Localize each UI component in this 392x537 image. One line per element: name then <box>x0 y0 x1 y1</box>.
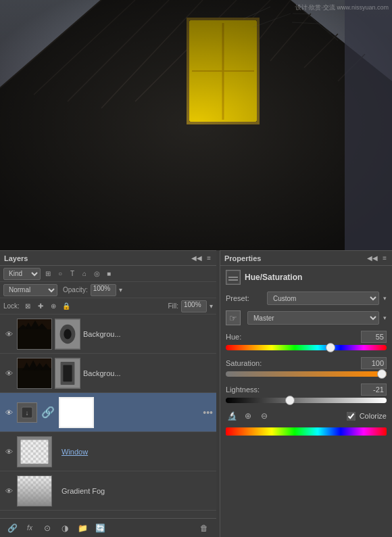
channel-select[interactable]: Master <box>247 311 379 325</box>
eyedropper-add-btn[interactable]: ⊕ <box>242 410 254 422</box>
kind-adjustment-icon[interactable]: ○ <box>55 268 66 279</box>
lock-bar: Lock: ⊠ ✚ ⊕ 🔒 Fill: 100% ▾ <box>0 298 216 314</box>
layer-row[interactable]: 👁 <box>0 314 216 354</box>
kind-color-icon[interactable]: ■ <box>103 268 114 279</box>
kind-smart-icon[interactable]: ◎ <box>91 268 102 279</box>
svg-rect-42 <box>0 0 392 250</box>
colorize-checkbox[interactable] <box>347 412 356 421</box>
layers-toolbar: 🔗 fx ⊙ ◑ 📁 🔄 🗑 <box>0 518 216 537</box>
lock-move-icon[interactable]: ✚ <box>35 301 46 312</box>
layer-thumbnail <box>17 475 52 507</box>
sat-slider-header: Saturation: 100 <box>226 357 387 369</box>
saturation-value[interactable]: 100 <box>361 357 387 369</box>
hue-thumb[interactable] <box>326 343 335 352</box>
link-layers-btn[interactable]: 🔗 <box>5 521 19 535</box>
opacity-value[interactable]: 100% <box>91 284 116 296</box>
kind-select[interactable]: Kind <box>3 268 41 280</box>
layer-row-selected[interactable]: 👁 ↓ 🔗 ••• <box>0 393 216 432</box>
layer-name-linked: Window <box>62 448 213 456</box>
colorize-row: Colorize <box>347 412 387 421</box>
saturation-track[interactable] <box>226 371 387 377</box>
layers-panel: Layers ◀◀ ≡ Kind ⊞ ○ T ⌂ ◎ ■ Normal Opac… <box>0 250 216 537</box>
properties-menu-btn[interactable]: ≡ <box>381 254 388 262</box>
add-mask-btn[interactable]: ⊙ <box>41 521 54 535</box>
preset-label: Preset: <box>226 294 263 302</box>
layers-panel-controls: ◀◀ ≡ <box>190 254 212 262</box>
layers-collapse-btn[interactable]: ◀◀ <box>190 254 203 262</box>
layers-panel-header: Layers ◀◀ ≡ <box>0 251 216 266</box>
layer-thumbnail <box>17 319 52 350</box>
lightness-label: Lightness: <box>226 386 260 394</box>
properties-panel: Properties ◀◀ ≡ Hue/Saturation Preset: C… <box>220 250 392 537</box>
svg-rect-70 <box>21 440 48 463</box>
saturation-thumb[interactable] <box>377 369 387 379</box>
layer-adj-icon: ↓ <box>17 402 37 423</box>
kind-pixel-icon[interactable]: ⊞ <box>43 268 53 279</box>
layer-visibility-toggle[interactable]: 👁 <box>3 330 14 338</box>
blend-mode-select[interactable]: Normal <box>3 284 57 296</box>
svg-point-52 <box>64 329 71 339</box>
lock-pixels-icon[interactable]: ⊠ <box>22 301 33 312</box>
hue-slider-header: Hue: 55 <box>226 331 387 343</box>
opacity-arrow[interactable]: ▾ <box>119 286 122 294</box>
layer-mask-thumbnail <box>55 319 80 350</box>
rainbow-bar <box>226 427 387 436</box>
layer-row[interactable]: 👁 Window <box>0 432 216 471</box>
hue-slider-row: Hue: 55 <box>226 331 387 350</box>
hand-tool-icon[interactable]: ☞ <box>226 310 241 325</box>
svg-rect-78 <box>228 277 238 278</box>
kind-type-icon[interactable]: T <box>67 268 78 279</box>
svg-text:↓: ↓ <box>26 409 29 417</box>
layer-main-thumbnail <box>59 397 94 428</box>
light-slider-header: Lightness: -21 <box>226 383 387 396</box>
saturation-label: Saturation: <box>226 359 262 367</box>
lightness-slider-row: Lightness: -21 <box>226 383 387 403</box>
lightness-thumb[interactable] <box>285 396 295 405</box>
main-canvas: 设计·欣赏·交流 www.nissyuan.com <box>0 0 392 250</box>
layers-panel-title: Layers <box>4 254 28 262</box>
lock-label: Lock: <box>3 302 20 310</box>
eyedropper-sample-btn[interactable]: 🔬 <box>226 410 238 422</box>
lock-art-icon[interactable]: ⊕ <box>48 301 59 312</box>
channel-arrow: ▾ <box>383 314 387 321</box>
lightness-value[interactable]: -21 <box>361 383 387 396</box>
preset-select[interactable]: Custom <box>267 291 379 305</box>
layer-visibility-toggle[interactable]: 👁 <box>3 369 14 377</box>
properties-collapse-btn[interactable]: ◀◀ <box>366 254 379 262</box>
layers-menu-btn[interactable]: ≡ <box>205 254 212 262</box>
layer-name: Backgrou... <box>83 369 213 377</box>
layer-visibility-toggle[interactable]: 👁 <box>3 448 14 456</box>
new-group-btn[interactable]: 📁 <box>76 521 89 535</box>
delete-layer-btn[interactable]: 🗑 <box>197 521 211 535</box>
add-style-btn[interactable]: fx <box>23 521 36 535</box>
fill-value[interactable]: 100% <box>181 300 207 312</box>
layer-visibility-toggle[interactable]: 👁 <box>3 487 14 495</box>
layer-options-dots[interactable]: ••• <box>203 407 213 418</box>
hue-value[interactable]: 55 <box>361 331 387 343</box>
kind-shape-icon[interactable]: ⌂ <box>79 268 90 279</box>
layers-list: 👁 <box>0 314 216 519</box>
layer-row[interactable]: 👁 Backgrou... <box>0 354 216 393</box>
layer-mask-thumbnail <box>55 358 80 389</box>
new-adjustment-btn[interactable]: ◑ <box>58 521 72 535</box>
hue-sat-header: Hue/Saturation <box>226 270 387 285</box>
saturation-slider-row: Saturation: 100 <box>226 357 387 377</box>
fill-arrow[interactable]: ▾ <box>210 302 213 310</box>
lightness-track[interactable] <box>226 398 387 403</box>
svg-rect-45 <box>18 329 52 350</box>
eyedropper-subtract-btn[interactable]: ⊖ <box>258 410 270 422</box>
layer-thumbnail <box>17 358 52 389</box>
hue-track[interactable] <box>226 345 387 350</box>
properties-panel-header: Properties ◀◀ ≡ <box>220 251 392 266</box>
hue-sat-title: Hue/Saturation <box>245 273 302 282</box>
layers-kind-bar: Kind ⊞ ○ T ⌂ ◎ ■ <box>0 266 216 282</box>
layer-row[interactable]: 👁 <box>0 471 216 511</box>
new-layer-btn[interactable]: 🔄 <box>93 521 107 535</box>
layer-visibility-toggle[interactable]: 👁 <box>3 408 14 417</box>
lock-all-icon[interactable]: 🔒 <box>61 301 72 312</box>
properties-panel-controls: ◀◀ ≡ <box>366 254 388 262</box>
layer-thumbnail <box>17 436 52 467</box>
preset-row: Preset: Custom ▾ <box>226 291 387 305</box>
eyedropper-icons: 🔬 ⊕ ⊖ <box>226 410 270 422</box>
lock-icons: ⊠ ✚ ⊕ 🔒 <box>22 301 72 312</box>
